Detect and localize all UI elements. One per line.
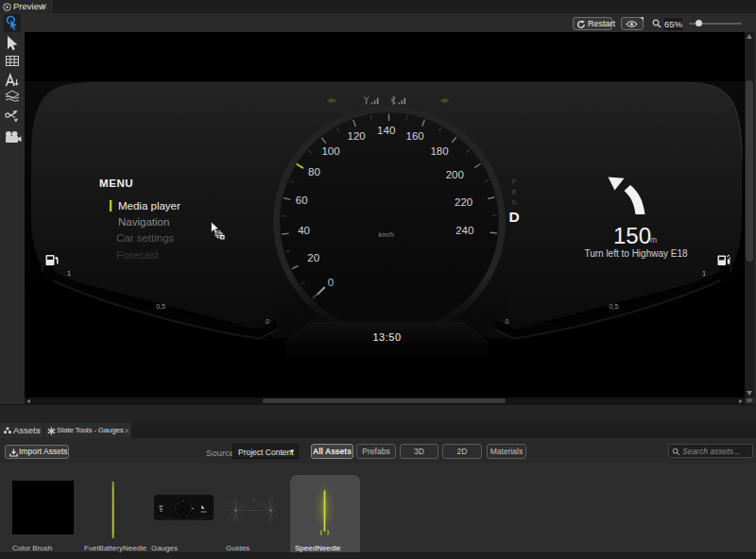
svg-text:Media player: Media player — [118, 200, 180, 212]
svg-text:160: 160 — [406, 130, 424, 142]
svg-text:Navigation: Navigation — [118, 216, 169, 228]
svg-text:0: 0 — [506, 318, 509, 325]
svg-text:MENU: MENU — [99, 178, 133, 189]
svg-text:180: 180 — [430, 145, 448, 157]
svg-text:80: 80 — [308, 166, 320, 178]
svg-text:0: 0 — [266, 318, 269, 325]
svg-text:km/h: km/h — [379, 230, 394, 239]
svg-text:13:50: 13:50 — [372, 331, 401, 343]
svg-text:220: 220 — [455, 196, 472, 208]
svg-text:150: 150 — [613, 223, 651, 248]
svg-text:R: R — [512, 189, 517, 195]
svg-text:D: D — [508, 209, 519, 225]
svg-text:1: 1 — [67, 270, 71, 277]
svg-text:m: m — [650, 235, 657, 245]
svg-text:200: 200 — [446, 169, 464, 180]
svg-text:0,5: 0,5 — [610, 303, 619, 310]
svg-text:100: 100 — [321, 145, 339, 157]
svg-text:20: 20 — [307, 252, 319, 263]
svg-text:1: 1 — [702, 270, 706, 277]
svg-text:60: 60 — [296, 195, 308, 206]
svg-text:0,5: 0,5 — [156, 303, 165, 310]
svg-text:Car settings: Car settings — [116, 232, 175, 244]
svg-text:140: 140 — [377, 125, 395, 136]
svg-text:240: 240 — [455, 225, 473, 236]
svg-text:P: P — [512, 178, 516, 185]
svg-text:N: N — [512, 199, 517, 206]
svg-text:120: 120 — [348, 130, 366, 142]
svg-text:Turn left to Highway E18: Turn left to Highway E18 — [584, 248, 688, 259]
svg-text:40: 40 — [298, 225, 310, 236]
svg-text:Forecast: Forecast — [116, 249, 160, 261]
